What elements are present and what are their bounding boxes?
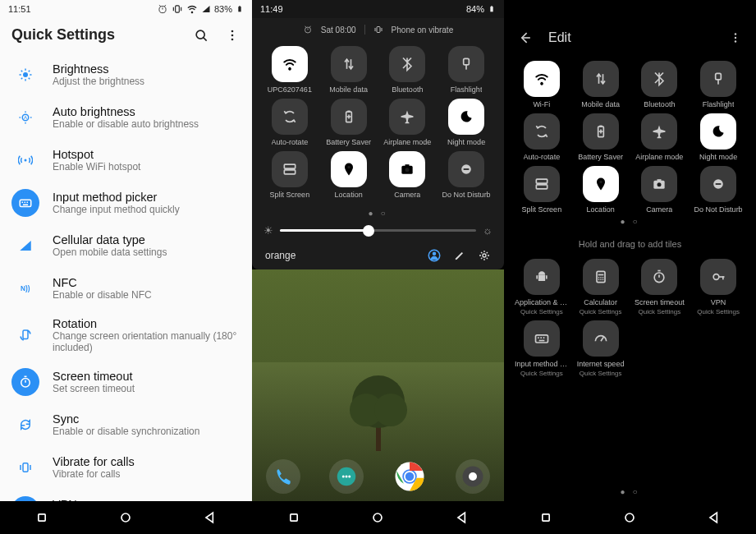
- edit-header: Edit: [504, 18, 756, 58]
- settings-row-vibrate[interactable]: Vibrate for calls Vibrate for calls: [0, 446, 252, 489]
- wifi-icon: [186, 3, 198, 15]
- settings-row-hotspot[interactable]: Hotspot Enable WiFi hotspot: [0, 139, 252, 182]
- tile-location[interactable]: Location: [573, 166, 629, 214]
- page-dots: ● ○: [504, 217, 756, 226]
- tile-camera[interactable]: Camera: [380, 151, 436, 199]
- row-subtitle: Enable or disable synchronization: [53, 426, 199, 437]
- split-icon: [272, 151, 308, 187]
- nav-recent-icon[interactable]: [286, 509, 302, 526]
- wifi-icon: [272, 46, 308, 82]
- data-icon: [331, 46, 367, 82]
- settings-row-timeout[interactable]: Screen timeout Set screen timeout: [0, 361, 252, 403]
- dock-chrome[interactable]: [392, 459, 427, 494]
- row-title: Auto brightness: [53, 105, 199, 118]
- dock-camera[interactable]: [456, 459, 490, 494]
- flash-icon: [700, 61, 736, 97]
- back-icon[interactable]: [517, 30, 534, 46]
- tile-android[interactable]: Application & sh… Quick Settings: [514, 259, 570, 315]
- tile-flash[interactable]: Flashlight: [690, 61, 746, 108]
- settings-row-auto-brightness[interactable]: Auto brightness Enable or disable auto b…: [0, 96, 252, 139]
- airplane-icon: [641, 113, 677, 150]
- svg-point-101: [374, 394, 407, 426]
- row-title: NFC: [53, 276, 152, 289]
- battery-icon: [236, 3, 244, 15]
- tile-rotate[interactable]: Auto-rotate: [514, 113, 570, 161]
- nav-home-icon[interactable]: [621, 509, 638, 526]
- location-icon: [583, 166, 619, 202]
- user-icon[interactable]: [427, 248, 442, 263]
- tile-label: Camera: [394, 191, 420, 199]
- nav-home-icon[interactable]: [369, 509, 386, 526]
- tile-label: Split Screen: [522, 205, 562, 214]
- dock-phone[interactable]: [266, 459, 300, 494]
- tile-airplane[interactable]: Airplane mode: [632, 113, 688, 161]
- dock-messages[interactable]: [329, 459, 364, 494]
- search-icon[interactable]: [193, 27, 209, 44]
- tile-rotate[interactable]: Auto-rotate: [262, 99, 318, 146]
- tile-data[interactable]: Mobile data: [573, 61, 629, 108]
- nav-bar: [504, 501, 756, 534]
- tile-dnd[interactable]: Do Not Disturb: [690, 166, 746, 214]
- carrier-label: orange: [265, 250, 296, 261]
- tile-timeout[interactable]: Screen timeout Quick Settings: [632, 259, 688, 315]
- overflow-icon[interactable]: [224, 27, 241, 44]
- settings-row-signal[interactable]: Cellular data type Open mobile data sett…: [0, 224, 252, 267]
- settings-row-rotation[interactable]: Rotation Change screen orientation manua…: [0, 310, 252, 361]
- dnd-icon: [448, 151, 484, 187]
- nav-recent-icon[interactable]: [538, 509, 554, 526]
- data-icon: [583, 61, 619, 97]
- tile-dnd[interactable]: Do Not Disturb: [438, 151, 494, 199]
- tile-calc[interactable]: Calculator Quick Settings: [573, 259, 629, 315]
- tile-bluetooth[interactable]: Bluetooth: [632, 61, 688, 108]
- tile-battery[interactable]: Battery Saver: [321, 99, 377, 146]
- tile-vpn[interactable]: VPN Quick Settings: [690, 259, 746, 315]
- gear-icon[interactable]: [478, 249, 491, 262]
- hotspot-icon: [11, 146, 39, 174]
- tile-airplane[interactable]: Airplane mode: [380, 99, 436, 146]
- nav-home-icon[interactable]: [117, 509, 134, 526]
- nav-recent-icon[interactable]: [34, 509, 50, 526]
- tile-battery[interactable]: Battery Saver: [573, 113, 629, 161]
- tile-label: Auto-rotate: [524, 153, 561, 161]
- row-title: Rotation: [53, 317, 242, 330]
- tile-moon[interactable]: Night mode: [438, 99, 494, 146]
- tile-sub: Quick Settings: [520, 370, 563, 377]
- nfc-icon: [11, 274, 39, 302]
- settings-row-brightness[interactable]: Brightness Adjust the brightness: [0, 53, 252, 96]
- tile-wifi[interactable]: UPC6207461: [262, 46, 318, 94]
- row-subtitle: Change screen orientation manually (180°…: [53, 330, 242, 353]
- signal-icon: [201, 4, 211, 14]
- settings-row-vpn[interactable]: VPN Open VPN settings: [0, 489, 252, 501]
- camera-icon: [389, 151, 425, 187]
- row-title: Vibrate for calls: [53, 455, 135, 468]
- tile-split[interactable]: Split Screen: [262, 151, 318, 199]
- tile-camera[interactable]: Camera: [632, 166, 688, 214]
- nav-back-icon[interactable]: [454, 509, 470, 526]
- tile-speed[interactable]: Internet speed Quick Settings: [573, 320, 629, 377]
- tile-location[interactable]: Location: [321, 151, 377, 199]
- android-icon: [524, 259, 560, 295]
- brightness-low-icon: ☀: [263, 224, 273, 237]
- tile-keyboard[interactable]: Input method pic… Quick Settings: [514, 320, 570, 377]
- nav-back-icon[interactable]: [202, 509, 218, 526]
- vibrate-icon: [11, 453, 39, 481]
- overflow-icon[interactable]: [728, 30, 743, 45]
- tile-split[interactable]: Split Screen: [514, 166, 570, 214]
- settings-row-keyboard[interactable]: Input method picker Change input method …: [0, 182, 252, 224]
- tile-moon[interactable]: Night mode: [690, 113, 746, 161]
- settings-row-nfc[interactable]: NFC Enable or disable NFC: [0, 267, 252, 310]
- nav-back-icon[interactable]: [706, 509, 722, 526]
- edit-icon[interactable]: [453, 249, 466, 262]
- tile-bluetooth[interactable]: Bluetooth: [380, 46, 436, 94]
- dnd-icon: [700, 166, 736, 202]
- tile-data[interactable]: Mobile data: [321, 46, 377, 94]
- tile-sub: Quick Settings: [520, 308, 563, 315]
- settings-list: Brightness Adjust the brightness Auto br…: [0, 53, 252, 501]
- tile-flash[interactable]: Flashlight: [438, 46, 494, 94]
- tile-label: Mobile data: [581, 100, 620, 108]
- settings-row-sync[interactable]: Sync Enable or disable synchronization: [0, 403, 252, 446]
- tile-wifi[interactable]: Wi-Fi: [514, 61, 570, 108]
- status-bar: 11:49 84%: [252, 0, 504, 18]
- brightness-slider[interactable]: [280, 229, 476, 232]
- qs-info-row: Sat 08:00 Phone on vibrate: [259, 23, 497, 36]
